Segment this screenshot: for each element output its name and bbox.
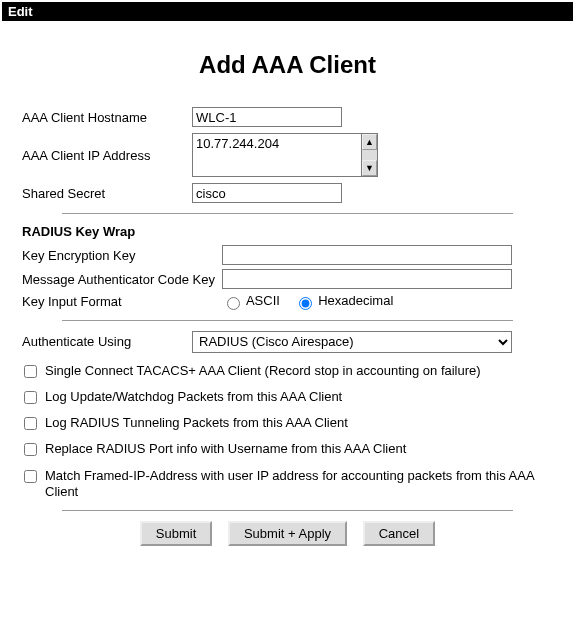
page-title: Add AAA Client: [22, 51, 553, 79]
keywrap-section-title: RADIUS Key Wrap: [22, 224, 553, 239]
chk-single-connect[interactable]: [24, 365, 37, 378]
auth-using-label: Authenticate Using: [22, 334, 192, 349]
separator-2: [62, 320, 513, 321]
kif-ascii-option[interactable]: ASCII: [222, 293, 284, 308]
kif-label: Key Input Format: [22, 294, 222, 309]
window-titlebar: Edit: [2, 2, 573, 21]
auth-using-select[interactable]: RADIUS (Cisco Airespace): [192, 331, 512, 353]
chk-replace-port[interactable]: [24, 443, 37, 456]
cancel-button[interactable]: Cancel: [363, 521, 435, 546]
hostname-input[interactable]: [192, 107, 342, 127]
mack-input[interactable]: [222, 269, 512, 289]
kif-hex-radio[interactable]: [299, 297, 312, 310]
kek-label: Key Encryption Key: [22, 248, 222, 263]
ip-spin-up[interactable]: ▲: [362, 134, 377, 150]
menu-edit[interactable]: Edit: [8, 4, 33, 19]
chk-log-tunneling-label: Log RADIUS Tunneling Packets from this A…: [45, 415, 348, 431]
ip-spin-down[interactable]: ▼: [362, 160, 377, 176]
hostname-label: AAA Client Hostname: [22, 110, 192, 125]
kif-ascii-radio[interactable]: [227, 297, 240, 310]
kif-hex-label: Hexadecimal: [318, 293, 393, 308]
chk-replace-port-label: Replace RADIUS Port info with Username f…: [45, 441, 406, 457]
ip-address-box: 10.77.244.204 ▲ ▼: [192, 133, 378, 177]
button-bar: Submit Submit + Apply Cancel: [22, 521, 553, 546]
page: Add AAA Client AAA Client Hostname AAA C…: [0, 23, 575, 562]
chk-match-framed-ip-label: Match Framed-IP-Address with user IP add…: [45, 468, 553, 501]
kif-hex-option[interactable]: Hexadecimal: [294, 293, 394, 308]
separator-1: [62, 213, 513, 214]
separator-3: [62, 510, 513, 511]
kek-input[interactable]: [222, 245, 512, 265]
kif-radio-group: ASCII Hexadecimal: [222, 293, 403, 310]
chk-log-tunneling[interactable]: [24, 417, 37, 430]
secret-label: Shared Secret: [22, 186, 192, 201]
secret-input[interactable]: [192, 183, 342, 203]
submit-button[interactable]: Submit: [140, 521, 212, 546]
mack-label: Message Authenticator Code Key: [22, 272, 222, 287]
chk-log-watchdog[interactable]: [24, 391, 37, 404]
submit-apply-button[interactable]: Submit + Apply: [228, 521, 347, 546]
kif-ascii-label: ASCII: [246, 293, 280, 308]
chk-single-connect-label: Single Connect TACACS+ AAA Client (Recor…: [45, 363, 481, 379]
chk-match-framed-ip[interactable]: [24, 470, 37, 483]
ip-label: AAA Client IP Address: [22, 148, 192, 163]
ip-input[interactable]: 10.77.244.204: [192, 133, 362, 177]
ip-spinner: ▲ ▼: [362, 133, 378, 177]
chk-log-watchdog-label: Log Update/Watchdog Packets from this AA…: [45, 389, 342, 405]
